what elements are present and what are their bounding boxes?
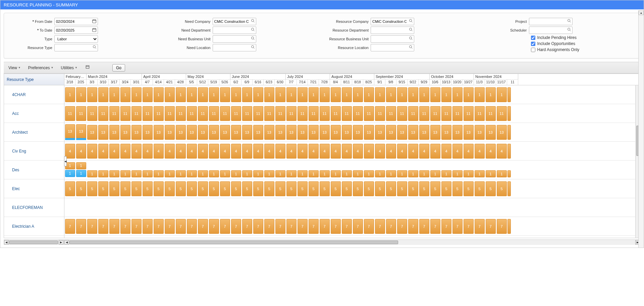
allocation-cell[interactable]: 1 — [331, 87, 341, 102]
allocation-cell[interactable]: 1 — [408, 87, 418, 102]
allocation-cell[interactable]: 11 — [397, 106, 407, 121]
allocation-cell[interactable]: 7 — [364, 219, 374, 234]
allocation-cell[interactable]: 13 — [98, 125, 108, 140]
allocation-cell[interactable]: 4 — [242, 144, 252, 159]
allocation-cell[interactable]: 1 — [386, 87, 396, 102]
allocation-cell[interactable]: 7 — [87, 219, 97, 234]
allocation-cell[interactable]: 7 — [120, 219, 130, 234]
allocation-cell[interactable]: 4 — [375, 144, 385, 159]
allocation-cell[interactable]: 11 — [87, 106, 97, 121]
allocation-cell[interactable]: 5 — [242, 181, 252, 196]
allocation-cell[interactable]: 11 — [143, 106, 153, 121]
allocation-cell[interactable]: 13 — [486, 125, 496, 140]
allocation-cell[interactable]: 13 — [464, 125, 474, 140]
utilities-menu[interactable]: Utilities▼ — [59, 65, 79, 71]
allocation-cell[interactable]: 1 — [76, 170, 86, 177]
allocation-cell[interactable]: 1 — [298, 170, 308, 177]
allocation-cell[interactable]: 11 — [430, 106, 440, 121]
allocation-cell[interactable]: 4 — [253, 144, 263, 159]
allocation-cell[interactable]: 1 — [187, 87, 197, 102]
allocation-cell[interactable]: 1 — [275, 170, 285, 177]
allocation-cell[interactable]: 1 — [253, 87, 263, 102]
allocation-cell[interactable]: 1 — [486, 170, 496, 177]
allocation-cell[interactable]: 7 — [408, 219, 418, 234]
allocation-cell[interactable]: 5 — [430, 181, 440, 196]
allocation-cell[interactable]: 7 — [298, 219, 308, 234]
allocation-cell[interactable]: 1 — [165, 87, 175, 102]
allocation-cell[interactable]: 1 — [464, 170, 474, 177]
allocation-cell[interactable]: 1 — [209, 170, 219, 177]
allocation-cell[interactable]: 1 — [497, 170, 507, 177]
allocation-cell[interactable]: 1 — [231, 170, 241, 177]
allocation-cell[interactable]: 4 — [109, 144, 119, 159]
allocation-cell[interactable]: 7 — [275, 219, 285, 234]
include-pending-hires-checkbox[interactable] — [531, 36, 535, 40]
hard-assignments-only-checkbox[interactable] — [531, 48, 535, 52]
allocation-cell[interactable]: 7 — [264, 219, 274, 234]
resource-type-input[interactable] — [54, 44, 98, 51]
allocation-cell[interactable]: 5 — [120, 181, 130, 196]
resource-department-input[interactable] — [371, 27, 414, 34]
allocation-cell[interactable]: 13 — [497, 125, 507, 140]
allocation-cell[interactable]: 5 — [231, 181, 241, 196]
allocation-cell[interactable]: 1 — [65, 87, 75, 102]
allocation-cell[interactable]: 1 — [342, 87, 352, 102]
resource-type-row[interactable]: Elec — [4, 179, 64, 198]
need-department-input[interactable] — [213, 27, 256, 34]
allocation-cell[interactable]: 1 — [452, 87, 463, 102]
allocation-cell[interactable]: 13 — [209, 125, 219, 140]
allocation-cell[interactable]: 13 — [109, 125, 119, 140]
allocation-cell[interactable]: 7 — [231, 219, 241, 234]
allocation-cell[interactable]: 13 — [408, 125, 418, 140]
allocation-cell[interactable]: 4 — [353, 144, 363, 159]
allocation-cell[interactable]: 4 — [419, 144, 429, 159]
calendar-icon[interactable] — [92, 28, 97, 33]
allocation-cell[interactable]: 7 — [419, 219, 429, 234]
allocation-cell[interactable]: 7 — [154, 219, 164, 234]
allocation-cell[interactable]: 11 — [154, 106, 164, 121]
allocation-cell[interactable]: 1 — [131, 170, 142, 177]
allocation-cell[interactable]: 1 — [353, 170, 363, 177]
allocation-cell[interactable]: 13 — [353, 125, 363, 140]
allocation-cell[interactable]: 7 — [198, 219, 208, 234]
allocation-cell[interactable]: 1 — [176, 87, 186, 102]
allocation-cell[interactable]: 7 — [286, 219, 297, 234]
allocation-cell[interactable]: 4 — [386, 144, 396, 159]
allocation-cell[interactable]: 4 — [408, 144, 418, 159]
allocation-cell[interactable]: 1 — [264, 87, 274, 102]
allocation-cell[interactable]: 13 — [430, 125, 440, 140]
allocation-cell[interactable]: 4 — [320, 144, 330, 159]
resource-type-row[interactable]: ELECFOREMAN — [4, 198, 64, 217]
allocation-cell[interactable]: 1 — [397, 170, 407, 177]
allocation-cell[interactable]: 1 — [364, 87, 374, 102]
allocation-cell[interactable]: 1 — [242, 170, 252, 177]
allocation-cell[interactable]: 4 — [143, 144, 153, 159]
allocation-cell[interactable]: 1 — [209, 87, 219, 102]
resource-type-header[interactable]: Resource Type — [4, 74, 64, 85]
allocation-cell[interactable]: 1 — [165, 170, 175, 177]
allocation-cell[interactable]: 5 — [331, 181, 341, 196]
allocation-cell[interactable]: 13 — [154, 125, 164, 140]
allocation-cell[interactable]: 13 — [397, 125, 407, 140]
allocation-cell[interactable]: 7 — [176, 219, 186, 234]
allocation-cell[interactable]: 11 — [298, 106, 308, 121]
allocation-cell[interactable]: 1 — [87, 87, 97, 102]
allocation-cell[interactable]: 1 — [441, 87, 451, 102]
allocation-cell[interactable]: 4 — [275, 144, 285, 159]
allocation-cell[interactable]: 13 — [320, 125, 330, 140]
allocation-cell[interactable]: 5 — [441, 181, 451, 196]
allocation-cell[interactable]: 13 — [364, 125, 374, 140]
search-icon[interactable] — [251, 19, 255, 24]
horizontal-scrollbar[interactable]: ◀ ▶ ◀ ▶ — [4, 239, 640, 245]
allocation-cell[interactable]: 5 — [475, 181, 485, 196]
allocation-cell[interactable]: 4 — [497, 144, 507, 159]
allocation-cell[interactable]: 1 — [231, 87, 241, 102]
scrollbar-thumb[interactable] — [69, 241, 398, 244]
resource-type-row[interactable]: Des — [4, 161, 64, 179]
allocation-cell[interactable]: 1 — [154, 170, 164, 177]
allocation-cell[interactable]: 11 — [331, 106, 341, 121]
allocation-cell[interactable]: 13 — [165, 125, 175, 140]
allocation-cell[interactable]: 5 — [452, 181, 463, 196]
search-icon[interactable] — [93, 45, 97, 50]
allocation-cell[interactable]: 11 — [364, 106, 374, 121]
